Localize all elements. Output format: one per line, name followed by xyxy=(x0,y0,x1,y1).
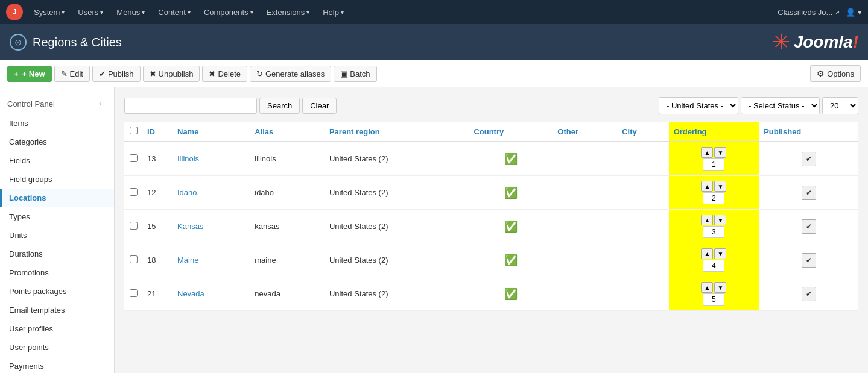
options-button[interactable]: ⚙ Options xyxy=(810,65,861,82)
row-alias: idaho xyxy=(250,176,325,210)
sidebar-item-categories[interactable]: Categories xyxy=(0,133,114,151)
sidebar-item-durations[interactable]: Durations xyxy=(0,245,114,263)
nav-content[interactable]: Content ▾ xyxy=(153,8,195,17)
user-icon[interactable]: 👤 ▾ xyxy=(846,8,862,17)
country-published-icon: ✅ xyxy=(504,221,518,233)
order-up-button[interactable]: ▲ xyxy=(701,215,713,225)
table-row: 12 Idaho idaho United States (2) ✅ ▲ ▼ ✔ xyxy=(124,176,858,210)
per-page-select[interactable]: 20 5 10 50 xyxy=(822,97,858,114)
ordering-input[interactable] xyxy=(703,260,724,272)
row-id: 18 xyxy=(142,243,173,277)
row-checkbox[interactable] xyxy=(130,188,138,196)
row-name-link[interactable]: Idaho xyxy=(177,188,197,197)
row-name[interactable]: Nevada xyxy=(173,277,250,311)
row-name-link[interactable]: Maine xyxy=(177,255,198,265)
search-input[interactable] xyxy=(124,98,257,114)
published-check-button[interactable]: ✔ xyxy=(802,152,816,166)
sidebar-item-items[interactable]: Items xyxy=(0,114,114,133)
col-ordering-header: Ordering xyxy=(669,122,759,142)
ordering-input[interactable] xyxy=(703,158,724,171)
row-other xyxy=(553,277,617,311)
published-check-button[interactable]: ✔ xyxy=(802,186,816,200)
row-city xyxy=(617,210,669,243)
generate-aliases-button[interactable]: ↻ Generate aliases xyxy=(250,66,331,82)
row-checkbox[interactable] xyxy=(130,154,138,162)
sidebar-back-button[interactable]: ← xyxy=(97,98,107,109)
status-filter[interactable]: - Select Status - Published Unpublished xyxy=(741,97,820,114)
published-check-button[interactable]: ✔ xyxy=(802,287,816,301)
row-name[interactable]: Idaho xyxy=(173,176,250,210)
joomla-star-icon: ✳ xyxy=(772,30,790,55)
sidebar-item-user-profiles[interactable]: User profiles xyxy=(0,319,114,338)
published-check-button[interactable]: ✔ xyxy=(802,219,816,234)
sidebar-item-points-packages[interactable]: Points packages xyxy=(0,282,114,301)
sidebar-item-payments[interactable]: Payments xyxy=(0,357,114,373)
x-circle-icon: ✖ xyxy=(150,69,156,78)
search-button[interactable]: Search xyxy=(259,98,300,114)
nav-components[interactable]: Components ▾ xyxy=(199,8,258,17)
row-published: ✔ xyxy=(759,142,858,176)
row-checkbox[interactable] xyxy=(130,222,138,230)
sidebar-item-user-points[interactable]: User points xyxy=(0,338,114,357)
col-id-header[interactable]: ID xyxy=(142,122,173,142)
row-name[interactable]: Illinois xyxy=(173,142,250,176)
row-published: ✔ xyxy=(759,243,858,277)
nav-extensions[interactable]: Extensions ▾ xyxy=(262,8,315,17)
col-alias-header: Alias xyxy=(250,122,325,142)
order-up-button[interactable]: ▲ xyxy=(701,147,713,158)
sidebar-item-field-groups[interactable]: Field groups xyxy=(0,170,114,189)
row-name[interactable]: Maine xyxy=(173,243,250,277)
col-name-header[interactable]: Name xyxy=(173,122,250,142)
row-checkbox[interactable] xyxy=(130,255,138,263)
row-name-link[interactable]: Nevada xyxy=(177,289,204,298)
nav-help[interactable]: Help ▾ xyxy=(318,8,349,17)
row-checkbox[interactable] xyxy=(130,289,138,297)
edit-button[interactable]: ✎ Edit xyxy=(54,66,90,82)
order-up-button[interactable]: ▲ xyxy=(701,282,713,293)
order-down-button[interactable]: ▼ xyxy=(714,147,726,158)
ordering-input[interactable] xyxy=(703,226,724,238)
publish-button[interactable]: ✔ Publish xyxy=(92,66,141,82)
country-filter[interactable]: - United States - All Countries xyxy=(659,97,738,114)
col-city-header: City xyxy=(617,122,669,142)
ordering-input[interactable] xyxy=(703,192,724,204)
new-button[interactable]: + + New xyxy=(7,66,52,82)
row-name[interactable]: Kansas xyxy=(173,210,250,243)
sidebar-item-locations[interactable]: Locations xyxy=(0,189,114,207)
row-published: ✔ xyxy=(759,277,858,311)
row-checkbox-cell xyxy=(124,277,142,311)
check-icon: ✔ xyxy=(99,69,106,78)
nav-menus[interactable]: Menus ▾ xyxy=(112,8,150,17)
edit-icon: ✎ xyxy=(61,69,68,78)
row-name-link[interactable]: Kansas xyxy=(177,222,203,231)
order-up-button[interactable]: ▲ xyxy=(701,181,713,192)
order-down-button[interactable]: ▼ xyxy=(714,215,726,225)
order-down-button[interactable]: ▼ xyxy=(714,181,726,192)
sidebar-item-email-templates[interactable]: Email templates xyxy=(0,301,114,319)
admin-user-link[interactable]: Classifieds Jo... ↗ xyxy=(778,8,840,17)
row-name-link[interactable]: Illinois xyxy=(177,154,199,163)
delete-button[interactable]: ✖ Delete xyxy=(202,66,247,82)
ordering-input[interactable] xyxy=(703,293,724,306)
row-country-check: ✅ xyxy=(469,176,553,210)
batch-button[interactable]: ▣ Batch xyxy=(334,66,376,82)
nav-system[interactable]: System ▾ xyxy=(29,8,69,17)
unpublish-button[interactable]: ✖ Unpublish xyxy=(143,66,200,82)
order-down-button[interactable]: ▼ xyxy=(714,248,726,259)
sidebar-item-fields[interactable]: Fields xyxy=(0,151,114,170)
gear-icon: ⚙ xyxy=(817,69,825,78)
sidebar-item-units[interactable]: Units xyxy=(0,226,114,245)
sidebar-item-promotions[interactable]: Promotions xyxy=(0,263,114,282)
row-ordering: ▲ ▼ xyxy=(669,142,759,176)
page-title: Regions & Cities xyxy=(33,36,122,49)
country-published-icon: ✅ xyxy=(504,153,518,165)
published-check-button[interactable]: ✔ xyxy=(802,253,816,268)
order-up-button[interactable]: ▲ xyxy=(701,248,713,259)
nav-users[interactable]: Users ▾ xyxy=(73,8,108,17)
clear-button[interactable]: Clear xyxy=(302,98,337,114)
data-table: ID Name Alias Parent region Country xyxy=(124,122,858,311)
order-down-button[interactable]: ▼ xyxy=(714,282,726,293)
sidebar-item-types[interactable]: Types xyxy=(0,207,114,226)
select-all-checkbox[interactable] xyxy=(130,127,138,134)
col-other-header: Other xyxy=(553,122,617,142)
